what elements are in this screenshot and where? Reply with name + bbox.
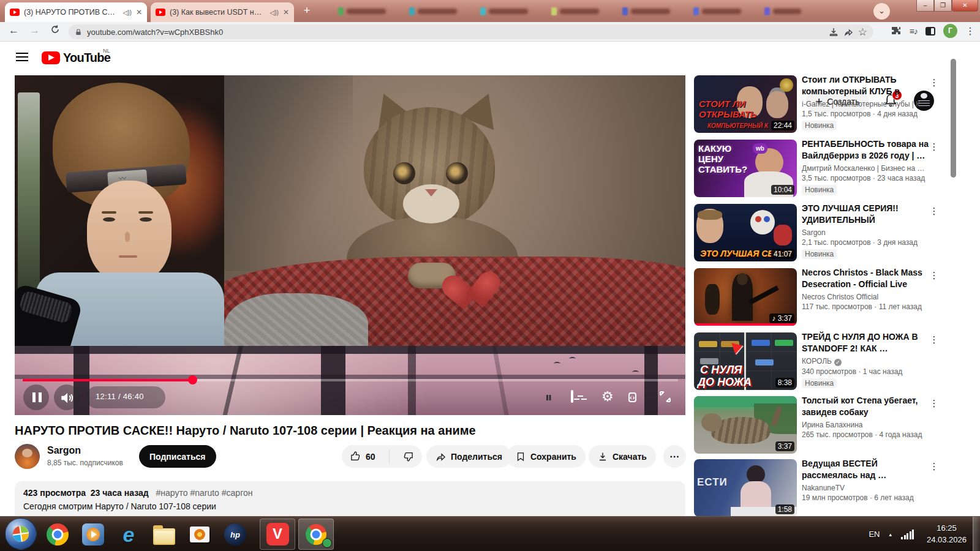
- thumbnail[interactable]: ♪ 3:37: [694, 268, 797, 326]
- video-menu-icon[interactable]: ⋮: [929, 206, 940, 217]
- side-panel-icon[interactable]: [925, 27, 935, 36]
- show-desktop-button[interactable]: [973, 517, 980, 551]
- suggested-channel[interactable]: Necros Christos Official: [802, 293, 929, 301]
- extensions-icon[interactable]: [891, 26, 902, 37]
- suggested-title[interactable]: ТРЕЙД С НУЛЯ ДО НОЖА В STANDOFF 2! КАК …: [802, 331, 929, 354]
- forward-icon[interactable]: →: [29, 24, 40, 37]
- thumbnail[interactable]: ЕСТИ 1:58: [694, 459, 797, 517]
- suggested-video-7[interactable]: ЕСТИ 1:58 Ведущая ВЕСТЕЙ рассмеялась над…: [694, 459, 943, 517]
- thumbnail[interactable]: ЭТО ЛУЧШАЯ СЕРИЯ 41:07: [694, 204, 797, 261]
- miniplayer-button[interactable]: ‹›: [628, 391, 636, 403]
- subscribe-button[interactable]: Подписаться: [139, 445, 216, 468]
- video-menu-icon[interactable]: ⋮: [929, 141, 940, 152]
- thumbnail[interactable]: КАКУЮ ЦЕНУ СТАВИТЬ? wb 10:04: [694, 140, 797, 197]
- share-page-icon[interactable]: [843, 27, 853, 37]
- subtitles-button[interactable]: [571, 391, 573, 402]
- taskbar-explorer-icon[interactable]: [152, 522, 176, 547]
- suggested-video-5[interactable]: С НУЛЯ ДО НОЖА 8:38 ТРЕЙД С НУЛЯ ДО НОЖА…: [694, 332, 943, 390]
- video-player[interactable]: 12:11 / 46:40 ⚙ ‹›: [15, 75, 685, 415]
- download-button[interactable]: Скачать: [589, 445, 656, 468]
- taskbar-hp-icon[interactable]: hp: [223, 522, 247, 547]
- suggested-channel[interactable]: NakanuneTV: [802, 484, 929, 492]
- start-button[interactable]: [5, 518, 37, 550]
- suggested-title[interactable]: РЕНТАБЕЛЬНОСТЬ товара на Вайлдберриз в 2…: [802, 138, 929, 162]
- video-menu-icon[interactable]: ⋮: [929, 77, 940, 88]
- suggested-title[interactable]: Necros Christos - Black Mass Desecration…: [802, 267, 929, 290]
- suggested-title[interactable]: Толстый кот Степа убегает, завидев собак…: [802, 395, 929, 418]
- suggested-video-6[interactable]: 3:37 Толстый кот Степа убегает, завидев …: [694, 396, 943, 454]
- blurred-tab[interactable]: [693, 6, 741, 16]
- browser-tab-active[interactable]: (3) НАРУТО ПРОТИВ САСКЕ ◁)) ✕: [5, 2, 147, 22]
- bookmark-star-icon[interactable]: ☆: [858, 26, 867, 39]
- browser-tab-2[interactable]: (3) Как вывести USDT на кар ◁)) ✕: [151, 2, 294, 22]
- share-button[interactable]: Поделиться: [426, 445, 511, 468]
- suggested-video-2[interactable]: КАКУЮ ЦЕНУ СТАВИТЬ? wb 10:04 РЕНТАБЕЛЬНО…: [694, 140, 943, 197]
- fullscreen-button[interactable]: [658, 389, 673, 404]
- save-button[interactable]: Сохранить: [507, 445, 586, 468]
- blurred-tab[interactable]: [764, 6, 801, 16]
- taskbar-vivaldi-app[interactable]: V: [260, 519, 295, 550]
- suggested-video-3[interactable]: ЭТО ЛУЧШАЯ СЕРИЯ 41:07 ЭТО ЛУЧШАЯ СЕРИЯ!…: [694, 204, 943, 261]
- suggested-title[interactable]: ЭТО ЛУЧШАЯ СЕРИЯ!! УДИВИТЕЛЬНЫЙ ЦИФРОВО…: [802, 203, 929, 226]
- back-icon[interactable]: ←: [9, 24, 19, 37]
- more-actions-button[interactable]: ⋯: [663, 445, 686, 468]
- playlist-icon[interactable]: ≡♪: [910, 26, 918, 36]
- window-minimize-button[interactable]: –: [916, 0, 934, 12]
- suggested-channel[interactable]: i-Gamez | Компьютерные клубы | Конс…: [802, 100, 929, 108]
- suggested-title[interactable]: Стоит ли ОТКРЫВАТЬ компьютерный КЛУБ в 2…: [802, 74, 929, 97]
- dislike-button[interactable]: [394, 445, 422, 468]
- settings-button[interactable]: ⚙: [601, 390, 614, 403]
- volume-button[interactable]: [59, 390, 75, 406]
- tab-audio-icon[interactable]: ◁)): [123, 9, 132, 16]
- video-menu-icon[interactable]: ⋮: [929, 461, 940, 472]
- thumbnail[interactable]: 3:37: [694, 396, 797, 454]
- taskbar-photos-icon[interactable]: [187, 522, 212, 547]
- hashtags[interactable]: #наруто #naruto #саргон: [156, 488, 253, 498]
- download-page-icon[interactable]: [829, 27, 839, 37]
- taskbar-clock[interactable]: 16:25 24.03.2026: [927, 522, 967, 545]
- hamburger-menu-icon[interactable]: [16, 53, 28, 61]
- suggested-video-1[interactable]: СТОИТ ЛИ ОТКРЫВАТЬ КОМПЬЮТЕРНЫЙ К 22:44 …: [694, 75, 943, 133]
- like-button[interactable]: 60: [342, 445, 384, 468]
- video-menu-icon[interactable]: ⋮: [929, 270, 940, 281]
- window-close-button[interactable]: ✕: [952, 0, 978, 12]
- tab-audio-icon[interactable]: ◁)): [270, 9, 279, 16]
- taskbar-chrome-app-active[interactable]: [298, 519, 334, 550]
- tab-search-chevron[interactable]: ⌄: [873, 3, 890, 20]
- language-indicator[interactable]: EN: [869, 530, 880, 539]
- suggested-channel[interactable]: КОРОЛЬ✓: [802, 357, 929, 366]
- taskbar-chrome-icon[interactable]: [45, 522, 70, 547]
- taskbar-media-player-icon[interactable]: [81, 522, 105, 547]
- taskbar-internet-explorer-icon[interactable]: e: [116, 522, 141, 547]
- browser-profile-avatar[interactable]: Г: [943, 24, 957, 38]
- blurred-tab[interactable]: [338, 6, 386, 16]
- suggested-channel[interactable]: Sargon: [802, 228, 929, 237]
- network-signal-icon[interactable]: [901, 530, 914, 539]
- video-menu-icon[interactable]: ⋮: [929, 334, 940, 345]
- pause-button[interactable]: [31, 392, 43, 405]
- suggested-channel[interactable]: Дмитрий Москаленко | Бизнес на мар…: [802, 164, 929, 173]
- suggested-video-4[interactable]: ♪ 3:37 Necros Christos - Black Mass Dese…: [694, 268, 943, 326]
- video-menu-icon[interactable]: ⋮: [929, 398, 940, 409]
- new-tab-button[interactable]: +: [300, 4, 314, 18]
- youtube-logo[interactable]: YouTube: [42, 51, 110, 65]
- blurred-tab[interactable]: [409, 6, 457, 16]
- window-restore-button[interactable]: ❐: [934, 0, 952, 12]
- reload-icon[interactable]: [50, 24, 60, 34]
- blurred-tab[interactable]: [622, 6, 670, 16]
- suggested-title[interactable]: Ведущая ВЕСТЕЙ рассмеялась над …: [802, 458, 929, 481]
- progress-handle[interactable]: [188, 375, 197, 384]
- blurred-tab[interactable]: [551, 6, 599, 16]
- tab-close-icon[interactable]: ✕: [283, 8, 289, 17]
- address-bar[interactable]: youtube.com/watch?v=wCphXBBShk0 ☆: [69, 24, 873, 39]
- thumbnail[interactable]: С НУЛЯ ДО НОЖА 8:38: [694, 332, 797, 390]
- tab-close-icon[interactable]: ✕: [136, 8, 142, 17]
- browser-menu-icon[interactable]: ⋮: [965, 25, 975, 37]
- channel-name[interactable]: Sargon: [47, 445, 81, 456]
- page-scrollbar[interactable]: [951, 59, 956, 178]
- thumbnail[interactable]: СТОИТ ЛИ ОТКРЫВАТЬ КОМПЬЮТЕРНЫЙ К 22:44: [694, 75, 797, 133]
- tray-expand-icon[interactable]: ▴: [889, 531, 892, 538]
- blurred-tab[interactable]: [480, 6, 528, 16]
- suggested-channel[interactable]: Ирина Балахнина: [802, 421, 929, 429]
- channel-avatar[interactable]: [15, 444, 40, 469]
